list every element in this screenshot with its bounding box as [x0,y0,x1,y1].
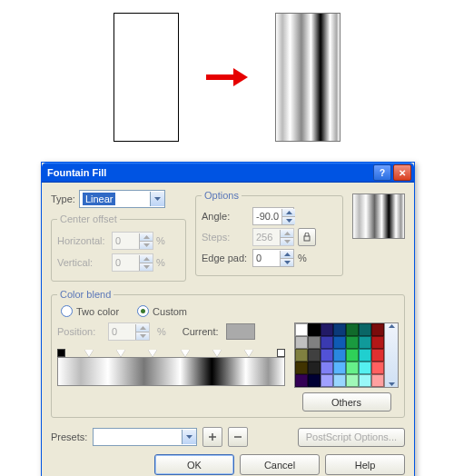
presets-combo[interactable] [93,428,197,446]
palette-swatch[interactable] [346,323,359,336]
edgepad-label: Edge pad: [202,253,252,263]
color-blend-legend: Color blend [57,289,114,300]
center-offset-legend: Center offset [57,213,120,224]
type-label: Type: [51,193,75,204]
palette-swatch[interactable] [346,349,359,362]
svg-marker-1 [143,235,150,239]
palette-swatch[interactable] [321,349,333,362]
type-value: Linear [83,193,116,205]
palette-swatch[interactable] [346,336,359,349]
chevron-down-icon[interactable] [182,430,196,444]
preset-add-button[interactable] [202,427,222,447]
palette-swatch[interactable] [295,336,308,349]
palette-swatch[interactable] [359,349,371,362]
palette-swatch[interactable] [308,374,321,387]
palette-swatch[interactable] [333,362,346,374]
center-offset-group: Center offset Horizontal: 0 % Vertical: … [51,213,186,282]
svg-marker-6 [286,219,292,223]
steps-spin: 256 [252,228,294,246]
palette-swatch[interactable] [371,323,384,336]
svg-marker-4 [143,265,150,269]
palette-swatch[interactable] [359,336,371,349]
palette-swatch[interactable] [295,323,308,336]
gradient-markers[interactable] [57,346,285,357]
vertical-spin: 0 [112,253,153,272]
two-color-radio[interactable]: Two color [61,305,119,317]
position-label: Position: [57,326,101,337]
palette-swatch[interactable] [371,362,384,374]
palette-swatch[interactable] [321,323,333,336]
svg-marker-14 [389,324,395,328]
fountain-fill-dialog: Fountain Fill ? ✕ Type: Linear [41,162,415,476]
palette-swatch[interactable] [295,374,308,387]
palette-swatch[interactable] [359,323,371,336]
palette-swatch[interactable] [371,349,384,362]
palette-swatch[interactable] [308,336,321,349]
palette-swatch[interactable] [321,362,333,374]
palette-swatch[interactable] [295,362,308,374]
svg-marker-13 [140,334,146,338]
gradient-preview [352,193,405,239]
ok-button[interactable]: OK [154,454,234,475]
palette-swatch[interactable] [346,374,359,387]
palette-swatch[interactable] [295,349,308,362]
color-blend-group: Color blend Two color Custom Position: [51,289,405,418]
palette-scrollbar[interactable] [385,322,399,388]
current-label: Current: [183,326,219,337]
palette-swatch[interactable] [308,349,321,362]
illustration [0,0,454,154]
svg-marker-2 [143,243,150,247]
edgepad-spin[interactable]: 0 [252,249,294,267]
palette-swatch[interactable] [333,323,346,336]
chevron-down-icon[interactable] [150,192,164,206]
palette-swatch[interactable] [371,374,384,387]
palette-swatch[interactable] [333,374,346,387]
cancel-button[interactable]: Cancel [240,454,320,475]
dialog-title: Fountain Fill [47,167,106,178]
steps-label: Steps: [202,232,252,243]
palette-swatch[interactable] [359,374,371,387]
gradient-editor[interactable] [57,357,285,386]
color-palette[interactable] [294,322,385,388]
svg-rect-9 [304,236,310,241]
custom-radio[interactable]: Custom [137,305,187,317]
position-spin: 0 [108,322,150,341]
current-color-swatch[interactable] [226,323,255,340]
palette-swatch[interactable] [346,362,359,374]
preset-remove-button[interactable] [228,427,248,447]
horizontal-label: Horizontal: [57,235,112,246]
palette-swatch[interactable] [308,362,321,374]
angle-label: Angle: [202,211,252,222]
palette-swatch[interactable] [359,362,371,374]
rect-after [275,13,340,142]
close-icon[interactable]: ✕ [393,164,411,181]
postscript-options-button: PostScript Options... [298,428,405,447]
help-button[interactable]: Help [325,454,405,475]
palette-swatch[interactable] [371,336,384,349]
svg-marker-16 [186,435,192,439]
svg-marker-7 [284,232,291,235]
arrow-icon [206,68,248,86]
svg-marker-11 [284,261,291,264]
palette-swatch[interactable] [333,336,346,349]
palette-swatch[interactable] [321,374,333,387]
svg-marker-10 [284,253,291,256]
palette-swatch[interactable] [321,336,333,349]
svg-marker-5 [286,211,292,214]
options-legend: Options [202,190,242,201]
svg-marker-3 [143,257,150,261]
palette-swatch[interactable] [308,323,321,336]
titlebar[interactable]: Fountain Fill ? ✕ [42,163,414,183]
lock-icon[interactable] [298,228,316,246]
type-combo[interactable]: Linear [79,190,165,208]
palette-swatch[interactable] [333,349,346,362]
angle-spin[interactable]: -90.0 [252,207,294,225]
horizontal-spin: 0 [112,232,153,250]
svg-marker-12 [140,326,146,330]
options-group: Options Angle: -90.0 Steps: 256 [195,190,343,276]
help-icon[interactable]: ? [373,164,391,181]
others-button[interactable]: Others [302,392,391,412]
color-palette-area: Others [294,322,399,412]
presets-label: Presets: [51,431,87,442]
svg-marker-0 [154,197,161,201]
